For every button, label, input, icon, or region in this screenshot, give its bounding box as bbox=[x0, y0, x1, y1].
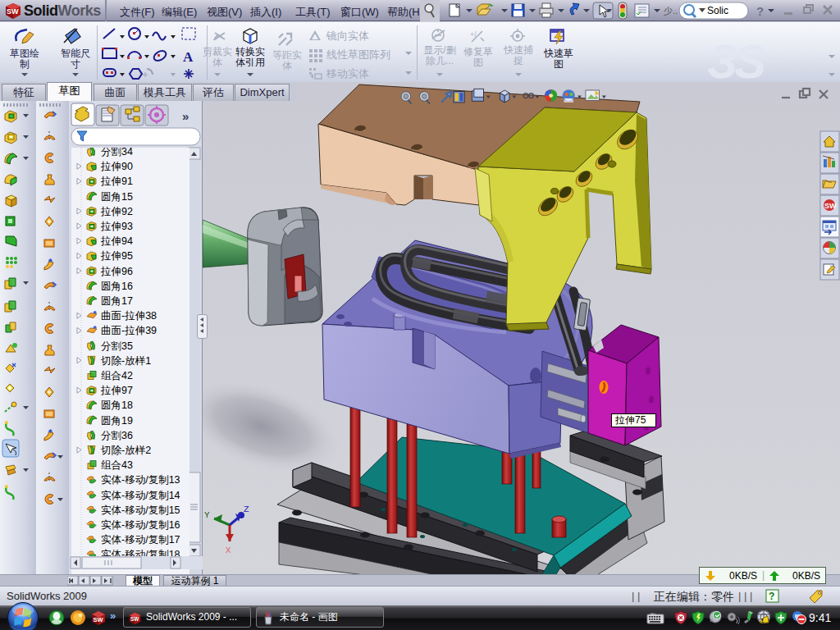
svg-text:切除-放样2: 切除-放样2 bbox=[100, 445, 151, 456]
svg-text:移动实体: 移动实体 bbox=[326, 67, 369, 80]
svg-text:实体-移动/复制14: 实体-移动/复制14 bbox=[101, 490, 180, 501]
svg-text:实体-移动/复制15: 实体-移动/复制15 bbox=[101, 504, 180, 516]
svg-text:拉伸93: 拉伸93 bbox=[100, 221, 133, 232]
svg-text:少..: 少.. bbox=[664, 6, 678, 16]
svg-text:SW: SW bbox=[824, 202, 837, 210]
svg-text:分割36: 分割36 bbox=[101, 430, 133, 441]
svg-text:?: ? bbox=[756, 4, 764, 18]
svg-text:实体-移动/复制17: 实体-移动/复制17 bbox=[101, 534, 180, 546]
svg-text:X: X bbox=[226, 546, 231, 555]
svg-text:分割35: 分割35 bbox=[101, 340, 133, 352]
svg-text:实体-移动/复制13: 实体-移动/复制13 bbox=[101, 474, 180, 486]
svg-text:圆角19: 圆角19 bbox=[101, 415, 133, 427]
svg-text:Y: Y bbox=[204, 510, 210, 520]
svg-text:拉伸90: 拉伸90 bbox=[100, 161, 133, 172]
svg-text:拉伸91: 拉伸91 bbox=[100, 176, 133, 187]
svg-text:实体-移动/复制16: 实体-移动/复制16 bbox=[101, 519, 180, 531]
svg-text:曲面-拉伸38: 曲面-拉伸38 bbox=[101, 310, 157, 322]
svg-text:拉伸96: 拉伸96 bbox=[100, 266, 133, 277]
svg-text:圆角17: 圆角17 bbox=[101, 295, 133, 307]
svg-text:SW: SW bbox=[94, 616, 104, 623]
svg-text:键盘: 键盘 bbox=[650, 613, 657, 616]
svg-text:切除-放样1: 切除-放样1 bbox=[100, 355, 151, 367]
svg-text:组合43: 组合43 bbox=[101, 459, 133, 471]
svg-text:分割34: 分割34 bbox=[101, 148, 133, 158]
svg-text:圆角18: 圆角18 bbox=[101, 399, 133, 411]
svg-text:线性草图阵列: 线性草图阵列 bbox=[326, 48, 390, 61]
svg-text:镜向实体: 镜向实体 bbox=[326, 30, 369, 42]
svg-text:+/: +/ bbox=[470, 30, 477, 39]
svg-text:组合42: 组合42 bbox=[101, 370, 133, 381]
svg-text:SW: SW bbox=[7, 7, 19, 16]
svg-text:拉伸94: 拉伸94 bbox=[100, 235, 133, 247]
svg-text:拉伸95: 拉伸95 bbox=[100, 250, 133, 262]
svg-text:A: A bbox=[183, 49, 194, 65]
svg-text:Solic: Solic bbox=[707, 5, 728, 16]
svg-text:?: ? bbox=[769, 591, 774, 602]
svg-text:曲面-拉伸39: 曲面-拉伸39 bbox=[101, 325, 157, 336]
svg-text:Z: Z bbox=[244, 504, 249, 514]
svg-text:!: ! bbox=[761, 617, 764, 624]
svg-text:»: » bbox=[182, 109, 189, 123]
svg-text:圆角16: 圆角16 bbox=[101, 281, 133, 292]
svg-text:»: » bbox=[110, 609, 116, 622]
svg-text:SW: SW bbox=[130, 616, 139, 622]
svg-text:拉伸97: 拉伸97 bbox=[100, 385, 133, 396]
svg-text:圆角15: 圆角15 bbox=[101, 191, 133, 203]
svg-text:拉伸92: 拉伸92 bbox=[100, 206, 133, 217]
